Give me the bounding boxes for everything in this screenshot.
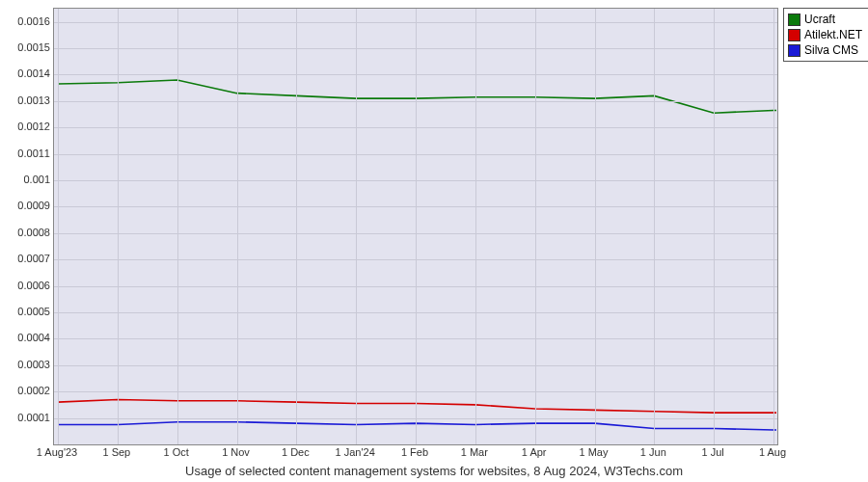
x-tick-label: 1 Jun <box>640 446 666 458</box>
y-tick-label: 0.0003 <box>4 359 50 370</box>
x-tick-label: 1 Jul <box>702 446 724 458</box>
grid-line-v <box>177 9 178 444</box>
x-tick-label: 1 Mar <box>461 446 488 458</box>
x-tick-label: 1 May <box>580 446 609 458</box>
grid-line-v <box>535 9 536 444</box>
y-tick-label: 0.0002 <box>4 385 50 396</box>
series-line <box>58 399 776 413</box>
x-tick-label: 1 Oct <box>164 446 189 458</box>
x-tick-label: 1 Aug'23 <box>37 446 77 458</box>
x-tick-label: 1 Nov <box>222 446 250 458</box>
series-line <box>58 422 776 430</box>
legend-swatch <box>788 13 800 26</box>
y-tick-label: 0.0007 <box>4 253 50 264</box>
y-tick-label: 0.0005 <box>4 306 50 317</box>
y-tick-label: 0.0009 <box>4 200 50 211</box>
grid-line-v <box>237 9 238 444</box>
grid-line-v <box>118 9 119 444</box>
plot-area <box>53 8 778 445</box>
grid-line-v <box>714 9 715 444</box>
grid-line-v <box>475 9 476 444</box>
x-tick-label: 1 Jan'24 <box>336 446 375 458</box>
x-tick-label: 1 Apr <box>522 446 547 458</box>
x-tick-label: 1 Dec <box>282 446 310 458</box>
x-tick-label: 1 Aug <box>759 446 786 458</box>
y-tick-label: 0.0015 <box>4 41 50 53</box>
x-tick-label: 1 Sep <box>102 446 130 458</box>
legend-label: Atilekt.NET <box>804 27 862 42</box>
y-tick-label: 0.0014 <box>4 67 50 79</box>
y-tick-label: 0.0012 <box>4 120 50 132</box>
series-line <box>58 80 776 113</box>
y-tick-label: 0.0006 <box>4 280 50 291</box>
y-tick-label: 0.0004 <box>4 332 50 343</box>
grid-line-v <box>296 9 297 444</box>
x-tick-label: 1 Feb <box>401 446 428 458</box>
chart-container: UcraftAtilekt.NETSilva CMS Usage of sele… <box>0 0 868 482</box>
y-tick-label: 0.0016 <box>4 15 50 27</box>
grid-line-v <box>595 9 596 444</box>
legend-swatch <box>788 29 800 41</box>
y-tick-label: 0.001 <box>4 174 50 185</box>
y-tick-label: 0.0001 <box>4 412 50 423</box>
grid-line-v <box>58 9 59 444</box>
legend: UcraftAtilekt.NETSilva CMS <box>783 8 868 62</box>
grid-line-v <box>356 9 357 444</box>
chart-caption: Usage of selected content management sys… <box>0 464 868 478</box>
grid-line-v <box>654 9 655 444</box>
legend-item: Silva CMS <box>788 42 862 58</box>
y-tick-label: 0.0011 <box>4 147 50 159</box>
legend-swatch <box>788 44 800 57</box>
legend-label: Silva CMS <box>804 42 858 58</box>
y-tick-label: 0.0013 <box>4 94 50 106</box>
grid-line-v <box>773 9 774 444</box>
y-tick-label: 0.0008 <box>4 227 50 238</box>
legend-item: Ucraft <box>788 12 862 27</box>
legend-item: Atilekt.NET <box>788 27 862 42</box>
legend-label: Ucraft <box>804 12 835 27</box>
grid-line-v <box>416 9 417 444</box>
